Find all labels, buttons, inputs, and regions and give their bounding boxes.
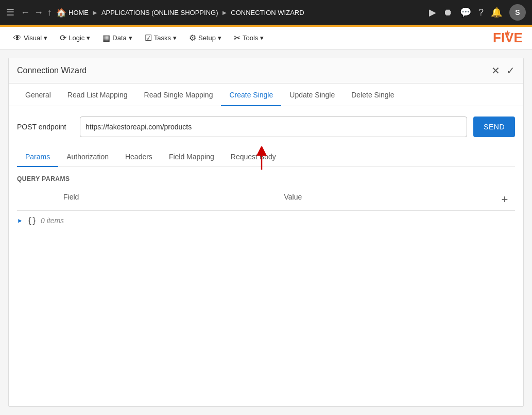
json-braces: {}	[27, 216, 37, 225]
tab-read-list[interactable]: Read List Mapping	[59, 84, 136, 106]
notification-icon[interactable]: 🔔	[491, 7, 502, 18]
confirm-icon[interactable]: ✓	[506, 64, 515, 77]
menu-icon[interactable]: ☰	[6, 7, 14, 18]
up-icon[interactable]: ↑	[47, 7, 52, 18]
main-content: Connection Wizard ✕ ✓ General Read List …	[8, 58, 524, 407]
chat-icon[interactable]: 💬	[460, 7, 471, 18]
dialog-header: Connection Wizard ✕ ✓	[9, 58, 523, 84]
inner-tab-authorization[interactable]: Authorization	[58, 147, 117, 167]
visual-dropdown-icon: ▾	[44, 34, 47, 42]
breadcrumb-connection-wizard[interactable]: CONNECTION WIZARD	[231, 9, 304, 16]
tab-general[interactable]: General	[17, 84, 59, 106]
dialog-title: Connection Wizard	[17, 66, 87, 75]
back-icon[interactable]: ←	[21, 7, 30, 18]
tab-delete-single[interactable]: Delete Single	[343, 84, 402, 106]
tab-read-single[interactable]: Read Single Mapping	[136, 84, 221, 106]
tasks-dropdown-icon: ▾	[173, 34, 177, 42]
col-add: +	[494, 193, 515, 206]
tools-icon: ✂	[234, 33, 241, 43]
data-icon: ▦	[102, 33, 110, 43]
section-label: QUERY PARAMS	[17, 175, 515, 182]
endpoint-label: POST endpoint	[17, 123, 74, 131]
breadcrumb-home[interactable]: 🏠 HOME	[56, 8, 89, 18]
topbar-actions: ▶ ⏺ 💬 ? 🔔 S	[429, 4, 526, 21]
secondnav-tools[interactable]: ✂ Tools ▾	[229, 27, 269, 49]
play-icon[interactable]: ▶	[429, 7, 436, 18]
endpoint-input[interactable]	[80, 117, 467, 137]
send-button[interactable]: SEND	[473, 117, 515, 137]
main-tabs: General Read List Mapping Read Single Ma…	[9, 84, 523, 106]
inner-tab-request-body[interactable]: Request Body	[222, 147, 284, 167]
help-icon[interactable]: ?	[478, 7, 484, 18]
tasks-icon: ☑	[145, 33, 152, 43]
five-logo: FIVE	[493, 29, 524, 47]
table-header: Field Value +	[17, 189, 515, 211]
secondnav-tasks[interactable]: ☑ Tasks ▾	[140, 27, 182, 49]
inner-tab-params[interactable]: Params	[17, 147, 58, 167]
close-icon[interactable]: ✕	[491, 64, 500, 77]
col-value: Value	[274, 193, 495, 206]
breadcrumb: 🏠 HOME ► APPLICATIONS (ONLINE SHOPPING) …	[56, 8, 425, 18]
setup-dropdown-icon: ▾	[218, 34, 221, 42]
inner-tab-field-mapping[interactable]: Field Mapping	[161, 147, 222, 167]
col-field: Field	[17, 193, 274, 206]
forward-icon[interactable]: →	[34, 7, 43, 18]
avatar[interactable]: S	[509, 4, 526, 21]
dialog-body: POST endpoint SEND Params Authorization …	[9, 106, 523, 241]
breadcrumb-sep-2: ►	[221, 9, 228, 16]
breadcrumb-sep-1: ►	[92, 9, 98, 16]
visual-icon: 👁	[13, 34, 22, 43]
tab-create-single[interactable]: Create Single	[221, 84, 281, 106]
inner-tab-headers[interactable]: Headers	[117, 147, 161, 167]
record-icon[interactable]: ⏺	[443, 7, 453, 18]
secondnav-logic[interactable]: ⟳ Logic ▾	[55, 27, 95, 49]
topbar: ☰ ← → ↑ 🏠 HOME ► APPLICATIONS (ONLINE SH…	[0, 0, 532, 25]
breadcrumb-applications[interactable]: APPLICATIONS (ONLINE SHOPPING)	[101, 9, 218, 16]
add-row-button[interactable]: +	[502, 193, 508, 206]
dialog-header-actions: ✕ ✓	[491, 64, 515, 77]
secondnav-data[interactable]: ▦ Data ▾	[97, 27, 137, 49]
tab-update-single[interactable]: Update Single	[281, 84, 343, 106]
secondnav: 👁 Visual ▾ ⟳ Logic ▾ ▦ Data ▾ ☑ Tasks ▾ …	[0, 27, 532, 49]
data-dropdown-icon: ▾	[129, 34, 132, 42]
logic-icon: ⟳	[60, 33, 66, 43]
secondnav-visual[interactable]: 👁 Visual ▾	[8, 27, 53, 49]
tools-dropdown-icon: ▾	[260, 34, 264, 42]
json-item-count: 0 items	[41, 217, 64, 225]
secondnav-setup[interactable]: ⚙ Setup ▾	[184, 27, 227, 49]
json-expand-icon[interactable]: ►	[17, 217, 23, 224]
setup-icon: ⚙	[189, 33, 196, 43]
endpoint-row: POST endpoint SEND	[17, 117, 515, 137]
logic-dropdown-icon: ▾	[87, 34, 90, 42]
json-row: ► {} 0 items	[17, 211, 515, 230]
inner-tabs: Params Authorization Headers Field Mappi…	[17, 147, 515, 167]
